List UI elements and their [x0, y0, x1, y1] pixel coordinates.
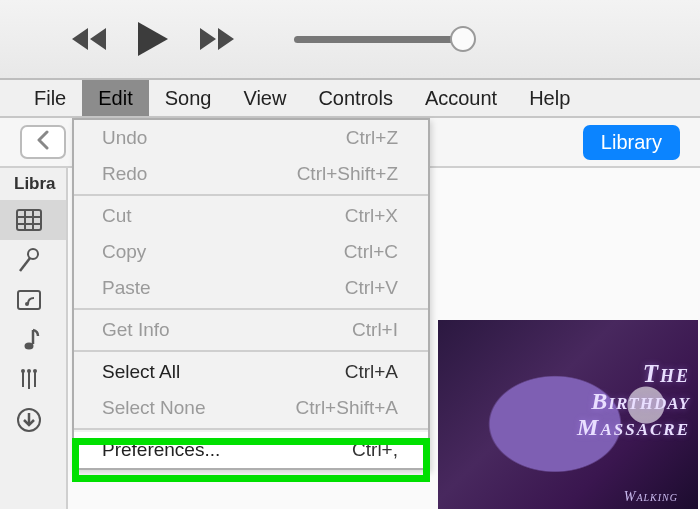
- menu-item-preferences[interactable]: Preferences...Ctrl+,: [74, 432, 428, 468]
- guitar-icon: [14, 367, 44, 393]
- menu-label: Select None: [102, 397, 206, 419]
- menu-shortcut: Ctrl+X: [345, 205, 398, 227]
- fast-forward-icon[interactable]: [198, 26, 236, 52]
- menu-separator: [74, 194, 428, 196]
- menu-item-select-all[interactable]: Select AllCtrl+A: [74, 354, 428, 390]
- menu-item-paste[interactable]: PasteCtrl+V: [74, 270, 428, 306]
- menubar: File Edit Song View Controls Account Hel…: [0, 80, 700, 118]
- menu-label: Select All: [102, 361, 180, 383]
- svg-point-15: [33, 369, 37, 373]
- menu-separator: [74, 350, 428, 352]
- album-icon: [14, 287, 44, 313]
- menu-item-redo[interactable]: RedoCtrl+Shift+Z: [74, 156, 428, 192]
- sidebar-item-albums[interactable]: [0, 280, 66, 320]
- microphone-icon: [14, 247, 44, 273]
- sidebar-item-songs[interactable]: [0, 320, 66, 360]
- sidebar-item-genres[interactable]: [0, 360, 66, 400]
- sidebar-item-downloaded[interactable]: [0, 400, 66, 440]
- progress-slider[interactable]: [294, 36, 464, 43]
- menu-item-get-info[interactable]: Get InfoCtrl+I: [74, 312, 428, 348]
- sidebar-title: Libra: [0, 174, 66, 194]
- menu-shortcut: Ctrl+Shift+A: [296, 397, 398, 419]
- album-title-line1: The: [643, 360, 690, 388]
- menu-shortcut: Ctrl+,: [352, 439, 398, 461]
- progress-track: [294, 36, 464, 43]
- menu-edit[interactable]: Edit: [82, 80, 148, 116]
- menu-shortcut: Ctrl+C: [344, 241, 398, 263]
- menu-shortcut: Ctrl+Shift+Z: [297, 163, 398, 185]
- play-icon[interactable]: [136, 20, 170, 58]
- back-button[interactable]: [20, 125, 66, 159]
- album-title-line2: Birthday: [591, 388, 690, 415]
- menu-item-undo[interactable]: UndoCtrl+Z: [74, 120, 428, 156]
- menu-label: Cut: [102, 205, 132, 227]
- menu-file[interactable]: File: [18, 80, 82, 116]
- menu-separator: [74, 308, 428, 310]
- menu-help[interactable]: Help: [513, 80, 586, 116]
- download-icon: [14, 407, 44, 433]
- menu-separator: [74, 428, 428, 430]
- grid-icon: [14, 207, 44, 233]
- menu-shortcut: Ctrl+Z: [346, 127, 398, 149]
- svg-point-9: [25, 343, 34, 350]
- menu-item-copy[interactable]: CopyCtrl+C: [74, 234, 428, 270]
- menu-item-select-none[interactable]: Select NoneCtrl+Shift+A: [74, 390, 428, 426]
- menu-label: Preferences...: [102, 439, 220, 461]
- playback-controls: [70, 20, 236, 58]
- music-note-icon: [14, 327, 44, 353]
- svg-line-6: [20, 258, 30, 271]
- menu-item-cut[interactable]: CutCtrl+X: [74, 198, 428, 234]
- rewind-icon[interactable]: [70, 26, 108, 52]
- sidebar: Libra: [0, 168, 68, 509]
- svg-point-13: [21, 369, 25, 373]
- menu-view[interactable]: View: [227, 80, 302, 116]
- edit-dropdown: UndoCtrl+Z RedoCtrl+Shift+Z CutCtrl+X Co…: [72, 118, 430, 470]
- menu-song[interactable]: Song: [149, 80, 228, 116]
- menu-shortcut: Ctrl+V: [345, 277, 398, 299]
- menu-shortcut: Ctrl+I: [352, 319, 398, 341]
- menu-shortcut: Ctrl+A: [345, 361, 398, 383]
- sidebar-item-recently-added[interactable]: [0, 200, 66, 240]
- menu-label: Undo: [102, 127, 147, 149]
- menu-account[interactable]: Account: [409, 80, 513, 116]
- album-art[interactable]: The Birthday Massacre Walking: [438, 320, 698, 509]
- menu-label: Paste: [102, 277, 151, 299]
- chevron-left-icon: [36, 130, 50, 154]
- svg-rect-0: [17, 210, 41, 230]
- menu-label: Copy: [102, 241, 146, 263]
- progress-knob[interactable]: [450, 26, 476, 52]
- svg-point-5: [28, 249, 38, 259]
- album-subtitle: Walking: [624, 489, 678, 505]
- menu-controls[interactable]: Controls: [302, 80, 408, 116]
- album-title-line3: Massacre: [577, 414, 690, 441]
- svg-point-14: [27, 369, 31, 373]
- svg-point-8: [25, 302, 29, 306]
- menu-label: Get Info: [102, 319, 170, 341]
- playback-bar: [0, 0, 700, 80]
- sidebar-item-artists[interactable]: [0, 240, 66, 280]
- library-button[interactable]: Library: [583, 125, 680, 160]
- menu-label: Redo: [102, 163, 147, 185]
